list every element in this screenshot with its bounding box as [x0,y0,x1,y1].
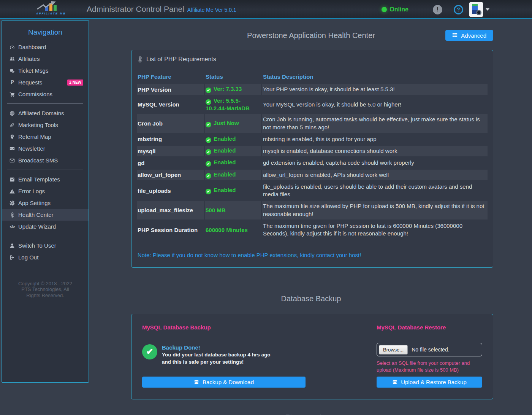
status-cell: ✔Enabled [205,134,261,145]
map-marker-icon [9,134,16,140]
table-row: gd✔Enabledgd extension is enabled, captc… [137,157,488,168]
description-cell: file_uploads is enabled, users should be… [262,181,488,200]
sidebar-item-label: Referral Map [18,134,51,140]
php-panel-title: List of PHP Requirements [137,56,488,63]
sidebar-item-switch-to-user[interactable]: Switch To User [2,240,89,251]
sidebar-item-label: App Settings [18,200,51,206]
sidebar-item-app-settings[interactable]: App Settings [2,197,89,209]
status-cell: 500 MB [205,201,261,219]
status-cell: ✔Enabled [205,146,261,156]
browse-button[interactable]: Browse... [379,345,408,355]
status-cell: ✔Enabled [205,170,261,180]
upload-restore-button[interactable]: Upload & Restore Backup [377,377,482,388]
envelope-open-icon [9,158,16,163]
globe-icon [9,111,16,116]
feature-cell: PHP Session Duration [137,221,204,239]
mysql-restore-column: MySQL Database Restore Browse... No file… [377,324,482,388]
table-row: PHP Version✔Ver: 7.3.33Your PHP version … [137,84,488,95]
sidebar-divider [7,103,83,104]
check-circle-icon: ✔ [206,122,211,127]
users-icon [9,56,16,62]
feature-cell: allow_url_fopen [137,170,204,180]
sidebar-item-label: Switch To User [18,242,56,249]
sidebar-item-label: Requests [18,79,42,86]
database-backup-panel: MySQL Database Backup ✔ Backup Done! You… [131,314,493,399]
bar-chart-arrow-logo [33,1,69,11]
table-row: file_uploads✔Enabledfile_uploads is enab… [137,181,488,200]
question-icon[interactable]: ? [454,5,463,14]
check-circle-icon: ✔ [206,173,211,179]
user-avatar[interactable] [469,2,483,17]
sidebar-item-dashboard[interactable]: Dashboard [2,41,89,53]
app-version: Affiliate Me Ver 5.0.1 [187,7,236,13]
envelope-icon [9,146,16,151]
sidebar-item-referral-map[interactable]: Referral Map [2,131,89,143]
table-row: allow_url_fopen✔Enabledallow_url_fopen i… [137,170,488,180]
check-circle-icon: ✔ [206,189,211,194]
backup-download-label: Backup & Download [203,379,254,385]
sidebar-heading: Navigation [2,28,89,37]
sidebar-item-label: Affiliates [18,56,40,62]
status-cell: 600000 Minutes [205,221,261,239]
feature-cell: MySQL Version [137,96,204,113]
gear-icon [9,200,16,206]
link-icon [9,122,16,128]
sidebar-item-affiliated-domains[interactable]: Affiliated Domains [2,107,89,119]
code-icon: </> [9,224,16,229]
sidebar-nav: DashboardAffiliatesTicket MsgsPRequests2… [2,41,89,263]
sidebar-item-update-wizard[interactable]: </>Update Wizard [2,221,89,232]
description-cell: Your PHP version is okay, it should be a… [262,84,488,95]
warning-icon [9,189,16,194]
envelope-square-icon [9,177,16,182]
sidebar-item-marketing-tools[interactable]: Marketing Tools [2,119,89,131]
sidebar-item-ticket-msgs[interactable]: Ticket Msgs [2,65,89,76]
exclamation-icon[interactable]: ! [433,5,442,14]
status-cell: ✔Ver: 7.3.33 [205,84,261,95]
mysql-backup-column: MySQL Database Backup ✔ Backup Done! You… [142,324,306,388]
cart-icon [9,92,16,97]
sidebar-item-affiliates[interactable]: Affiliates [2,53,89,65]
user-icon [9,243,16,248]
php-requirements-table: PHP FeatureStatusStatus Description PHP … [137,73,488,239]
sidebar: Navigation DashboardAffiliatesTicket Msg… [2,20,89,383]
online-dot-icon [382,7,387,12]
database-backup-heading: Database Backup [90,294,532,303]
sidebar-item-commissions[interactable]: Commissions [2,88,89,100]
advanced-button[interactable]: Advanced [445,30,493,41]
sidebar-item-label: Health Center [18,211,54,218]
sidebar-item-label: Ticket Msgs [18,67,48,74]
sidebar-item-requests[interactable]: PRequests2 NEW [2,76,89,88]
description-cell: Cron Job is running, automated tasks who… [262,114,488,133]
description-cell: The maximum file size allowed by PHP for… [262,201,488,219]
table-row: mysqli✔Enabledmysqli is enabled, databas… [137,146,488,156]
sidebar-item-newsletter[interactable]: Newsletter [2,143,89,154]
status-badge: Online [382,6,408,13]
th-list-icon [452,32,458,39]
caret-down-icon[interactable] [486,8,489,11]
sidebar-item-health-center[interactable]: Health Center [2,209,89,221]
thermometer-icon [9,212,16,218]
sidebar-item-label: Marketing Tools [18,122,58,128]
online-label: Online [390,6,408,13]
status-cell: ✔Just Now [205,114,261,133]
logout-icon [9,255,16,260]
sidebar-item-label: Broadcast SMS [18,157,58,164]
description-cell: gd extension is enabled, captcha code sh… [262,157,488,168]
file-input[interactable]: Browse... No file selected. [377,343,482,356]
sidebar-copyright: Copyright © 2018 - 2022 PTS Technologies… [17,281,74,298]
feature-cell: file_uploads [137,181,204,200]
sidebar-item-email-templates[interactable]: Email Templates [2,173,89,185]
column-header: Status [205,73,261,80]
backup-done-line1: You did your last database backup 4 hrs … [162,351,271,359]
check-circle-icon: ✔ [206,149,211,155]
sidebar-divider [7,170,83,170]
php-panel-title-text: List of PHP Requirements [146,56,216,63]
feature-cell: PHP Version [137,84,204,95]
logo-text: AFFILIATE ME [33,12,69,15]
sidebar-item-broadcast-sms[interactable]: Broadcast SMS [2,154,89,166]
backup-download-button[interactable]: Backup & Download [142,377,306,388]
database-icon [194,380,199,385]
sidebar-item-error-logs[interactable]: Error Logs [2,185,89,197]
comments-icon [9,68,16,73]
sidebar-item-log-out[interactable]: Log Out [2,251,89,263]
